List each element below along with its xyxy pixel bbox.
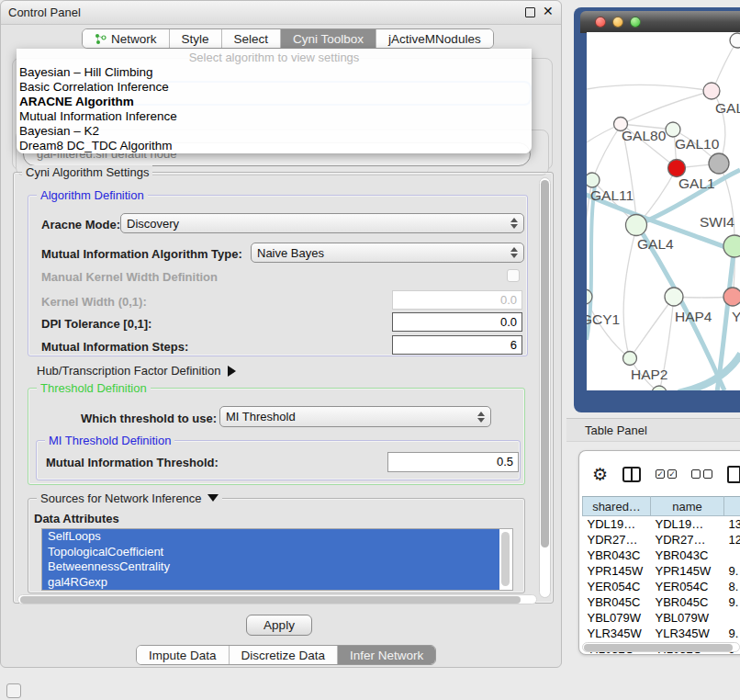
column-header-name[interactable]: name — [651, 497, 724, 516]
node-gray[interactable] — [709, 153, 729, 174]
select-all-checkboxes-icon[interactable]: ✓✓ — [656, 469, 677, 479]
settings-horizontal-scrollbar-thumb[interactable] — [20, 596, 521, 604]
tab-discretize-data[interactable]: Discretize Data — [230, 646, 339, 664]
cell[interactable]: 8. — [724, 579, 740, 594]
tab-impute-data[interactable]: Impute Data — [137, 646, 230, 664]
attributes-vertical-scrollbar[interactable] — [500, 530, 511, 589]
list-item[interactable]: TopologicalCoefficient — [42, 545, 499, 560]
cell[interactable]: YPR145W — [583, 563, 651, 579]
menu-item-aracne[interactable]: ARACNE Algorithm — [17, 95, 532, 109]
tab-infer-network[interactable]: Infer Network — [338, 646, 435, 664]
attributes-scrollbar-thumb[interactable] — [501, 532, 510, 586]
settings-horizontal-scrollbar[interactable] — [17, 594, 537, 604]
sources-group-title[interactable]: Sources for Network Inference — [37, 491, 222, 505]
table-horizontal-scrollbar-thumb[interactable] — [584, 644, 733, 651]
mac-minimize-icon[interactable] — [612, 17, 623, 28]
cell[interactable] — [724, 548, 740, 563]
which-threshold-combo[interactable]: MI Threshold — [219, 406, 491, 427]
list-item[interactable]: SelfLoops — [42, 529, 499, 545]
menu-item-basic-correlation[interactable]: Basic Correlation Inference — [17, 80, 532, 95]
cell[interactable]: YER054C — [583, 579, 651, 594]
cell[interactable]: YBR043C — [651, 548, 724, 563]
cell[interactable]: YBR045C — [583, 594, 651, 610]
node-unlabeled[interactable] — [730, 33, 740, 48]
cell[interactable]: YDR27… — [651, 532, 724, 548]
node-gal1-selected[interactable] — [668, 160, 686, 177]
kernel-width-field[interactable]: 0.0 — [392, 290, 522, 310]
tab-discretize-data-label: Discretize Data — [241, 649, 326, 662]
node-hap4[interactable] — [665, 288, 683, 306]
tab-select[interactable]: Select — [222, 29, 282, 48]
menu-item-bayesian-hill-climbing[interactable]: Bayesian – Hill Climbing — [17, 65, 532, 80]
cell[interactable]: YER054C — [651, 579, 724, 594]
column-header-partial[interactable] — [724, 497, 740, 516]
node-salmon[interactable] — [723, 288, 740, 306]
mi-type-combo[interactable]: Naive Bayes — [251, 243, 524, 263]
list-item[interactable]: BetweennessCentrality — [42, 559, 499, 575]
node-swi4[interactable] — [723, 235, 740, 257]
table-row[interactable]: YBR045CYBR045C9. — [583, 594, 740, 610]
cell[interactable]: YPR145W — [651, 563, 724, 579]
cell[interactable]: YDL19… — [651, 516, 724, 532]
float-window-icon[interactable] — [525, 7, 535, 17]
node-bottom-partial[interactable] — [652, 386, 667, 390]
cell[interactable]: YDL19… — [583, 516, 651, 532]
export-table-icon[interactable] — [727, 466, 740, 483]
cell[interactable]: 12 — [724, 532, 740, 548]
node-gal-partial[interactable] — [703, 83, 720, 99]
column-layout-icon[interactable] — [622, 467, 641, 482]
settings-vertical-scrollbar-thumb[interactable] — [541, 180, 549, 548]
manual-kernel-checkbox[interactable] — [507, 269, 520, 282]
dpi-tolerance-field[interactable]: 0.0 — [392, 312, 522, 332]
data-attributes-list[interactable]: SelfLoops TopologicalCoefficient Between… — [41, 528, 513, 591]
tab-jactivemnodules[interactable]: jActiveMNodules — [376, 29, 493, 48]
menu-item-bayesian-k2[interactable]: Bayesian – K2 — [17, 124, 532, 139]
cell[interactable]: YBR043C — [583, 548, 651, 563]
node-gal11[interactable] — [587, 173, 600, 187]
deselect-all-checkboxes-icon[interactable] — [691, 469, 712, 479]
node-hap2[interactable] — [623, 352, 637, 366]
node-gal10[interactable] — [666, 122, 680, 137]
table-row[interactable]: YLR345WYLR345W9. — [583, 626, 740, 641]
cell[interactable]: YBR045C — [651, 594, 724, 610]
menu-item-dream8[interactable]: Dream8 DC_TDC Algorithm — [17, 139, 532, 153]
mi-steps-field[interactable]: 6 — [392, 335, 522, 355]
mi-threshold-field[interactable]: 0.5 — [387, 452, 519, 472]
tab-network[interactable]: Network — [83, 29, 170, 48]
node-gal4[interactable] — [626, 215, 647, 236]
hub-expander[interactable]: Hub/Transcription Factor Definition — [37, 364, 236, 378]
cell[interactable] — [724, 610, 740, 626]
close-icon[interactable]: ✕ — [543, 4, 554, 18]
list-item[interactable]: gal4RGexp — [42, 575, 499, 591]
column-header-shared-name[interactable]: shared… — [583, 497, 651, 516]
minimized-panel-icon[interactable] — [6, 683, 21, 698]
cell[interactable]: 9. — [724, 626, 740, 641]
label-gal: GAL — [715, 100, 740, 116]
network-canvas[interactable]: GAL GAL80 GAL10 GAL1 GAL11 GAL4 SWI4 GCY… — [587, 32, 740, 390]
table-row[interactable]: YBR043CYBR043C — [583, 548, 740, 563]
cell[interactable]: YLR345W — [651, 626, 724, 641]
table-row[interactable]: YER054CYER054C8. — [583, 579, 740, 594]
mac-zoom-icon[interactable] — [630, 17, 641, 28]
table-horizontal-scrollbar[interactable] — [582, 642, 740, 652]
network-window-titlebar[interactable] — [580, 11, 740, 33]
table-row[interactable]: YPR145WYPR145W9. — [583, 563, 740, 579]
cell[interactable]: 9. — [724, 594, 740, 610]
table-row[interactable]: YDL19…YDL19…13 — [583, 516, 740, 532]
gear-icon[interactable]: ⚙ — [592, 466, 608, 483]
cell[interactable]: 13 — [724, 516, 740, 532]
mac-close-icon[interactable] — [595, 17, 606, 28]
menu-item-mutual-information[interactable]: Mutual Information Inference — [17, 109, 532, 124]
cell[interactable]: YBL079W — [651, 610, 724, 626]
cell[interactable]: 9. — [724, 563, 740, 579]
tab-cyni-toolbox[interactable]: Cyni Toolbox — [281, 29, 376, 48]
aracne-mode-combo[interactable]: Discovery — [120, 213, 524, 233]
tab-style[interactable]: Style — [170, 29, 222, 48]
table-row[interactable]: YBL079WYBL079W — [583, 610, 740, 626]
cell[interactable]: YDR27… — [583, 532, 651, 548]
cell[interactable]: YLR345W — [583, 626, 651, 641]
apply-button[interactable]: Apply — [246, 615, 312, 636]
table-row[interactable]: YDR27…YDR27…12 — [583, 532, 740, 548]
cell[interactable]: YBL079W — [583, 610, 651, 626]
settings-vertical-scrollbar[interactable] — [539, 177, 551, 598]
